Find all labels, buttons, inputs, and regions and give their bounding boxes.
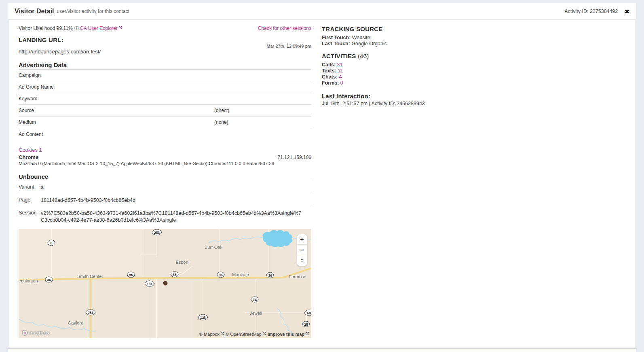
table-row: Medium (none) bbox=[19, 117, 311, 128]
row-label: Campaign bbox=[19, 72, 214, 78]
row-label: Session bbox=[19, 210, 41, 224]
unbounce-heading: Unbounce bbox=[19, 173, 311, 181]
row-value: (direct) bbox=[214, 108, 229, 113]
row-label: Source bbox=[19, 108, 214, 113]
pitch-control-button[interactable]: ▲ ▼ bbox=[297, 255, 307, 266]
likelihood-row: Visitor Likelihood 99.11%ⓘGA User Explor… bbox=[19, 25, 311, 32]
row-label: Medium bbox=[19, 119, 214, 125]
row-value: v2%7C583e2b50-ba58-4363-9731-fa602f61a3b… bbox=[41, 210, 304, 224]
next-section-strip bbox=[8, 348, 636, 352]
last-touch-line: Last Touch: Google Organic bbox=[322, 41, 548, 47]
landing-url-value: http://unbouncepages.com/ian-test/ bbox=[19, 49, 311, 55]
activity-line: Texts: 11 bbox=[322, 68, 548, 74]
visitor-location-marker bbox=[163, 281, 168, 286]
zoom-in-button[interactable]: + bbox=[297, 234, 307, 245]
activities-count: (46) bbox=[358, 53, 369, 59]
table-row: Variant a bbox=[19, 181, 311, 194]
close-icon[interactable]: ✖ bbox=[624, 8, 629, 15]
activity-id: Activity ID: 2275384492 bbox=[564, 8, 618, 14]
map-town-label: Gaylord bbox=[68, 320, 84, 325]
row-value: 181148ad-d557-4b4b-9503-f0b4cb65eb4d bbox=[41, 197, 135, 204]
row-label: Keyword bbox=[19, 96, 214, 102]
map-route-shield: 181 bbox=[145, 281, 154, 287]
map-town-label: Jewell bbox=[250, 311, 262, 316]
right-column: TRACKING SOURCE First Touch: Website Las… bbox=[322, 25, 548, 106]
last-interaction-detail: Jul 18th, 2:51:57 pm | Activity ID: 2456… bbox=[322, 101, 548, 106]
mapbox-logo[interactable]: mapbox bbox=[22, 330, 50, 336]
check-other-sessions-link[interactable]: Check for other sessions bbox=[258, 25, 311, 32]
row-value: a bbox=[41, 184, 44, 191]
activities-lines: Calls: 31 Texts: 11 Chats: 4 Forms: 0 bbox=[322, 62, 548, 86]
map-route-shield: 36 bbox=[171, 271, 179, 278]
first-touch-line: First Touch: Website bbox=[322, 35, 548, 41]
visitor-detail-page: Visitor Detail user/visitor activity for… bbox=[0, 0, 644, 352]
map-town-label: Mankato bbox=[232, 272, 249, 277]
activities-heading: ACTIVITIES (46) bbox=[322, 53, 548, 59]
external-link-icon bbox=[220, 332, 224, 335]
page-title: Visitor Detail bbox=[15, 8, 54, 15]
info-icon[interactable]: ⓘ bbox=[74, 26, 79, 31]
advertising-heading: Advertising Data bbox=[19, 61, 311, 70]
unbounce-section: Unbounce Variant a Page 181148ad-d557-4b… bbox=[19, 173, 311, 227]
cookies-section: Cookies 1 bbox=[19, 147, 311, 153]
map-route-shield: 36 bbox=[127, 272, 135, 278]
map-town-label: Kensington bbox=[19, 278, 38, 283]
browser-name: Chrome bbox=[19, 154, 38, 160]
map-route-shield: 36 bbox=[266, 272, 274, 278]
pitch-down-icon: ▼ bbox=[300, 261, 304, 263]
landing-timestamp: Mar 27th, 12:09:49 pm bbox=[266, 44, 311, 49]
mapbox-logo-icon bbox=[22, 330, 28, 336]
likelihood-left: Visitor Likelihood 99.11%ⓘGA User Explor… bbox=[19, 25, 122, 32]
page-subtitle: user/visitor activity for this contact bbox=[57, 8, 129, 14]
first-touch-value: Website bbox=[352, 35, 370, 40]
map-route-shield: 128 bbox=[198, 314, 208, 320]
tracking-source-lines: First Touch: Website Last Touch: Google … bbox=[322, 35, 548, 47]
row-label: Ad Content bbox=[19, 131, 214, 137]
row-label: Page bbox=[19, 197, 41, 204]
card-header: Visitor Detail user/visitor activity for… bbox=[8, 3, 636, 20]
map-route-shield: 8 bbox=[48, 240, 55, 246]
openstreetmap-attribution-link[interactable]: © OpenStreetMap bbox=[226, 332, 266, 337]
tracking-source-heading: TRACKING SOURCE bbox=[322, 25, 548, 32]
table-row: Source (direct) bbox=[19, 105, 311, 117]
table-row: Page 181148ad-d557-4b4b-9503-f0b4cb65eb4… bbox=[19, 194, 311, 207]
row-label: Variant bbox=[19, 184, 41, 191]
zoom-out-button[interactable]: − bbox=[297, 245, 307, 255]
mapbox-logo-text: mapbox bbox=[29, 330, 50, 336]
activity-line: Chats: 4 bbox=[322, 74, 548, 80]
landing-url-section: LANDING URL: Mar 27th, 12:09:49 pm http:… bbox=[19, 36, 311, 55]
last-touch-value: Google Organic bbox=[351, 41, 387, 47]
table-row: Session v2%7C583e2b50-ba58-4363-9731-fa6… bbox=[19, 207, 311, 227]
map-route-shield: 36 bbox=[45, 277, 53, 283]
map-controls: + − ▲ ▼ bbox=[297, 234, 307, 266]
external-link-icon bbox=[305, 332, 309, 335]
visitor-likelihood: Visitor Likelihood 99.11% bbox=[19, 25, 73, 31]
table-row: Keyword bbox=[19, 93, 311, 105]
map-route-shield: 28 bbox=[302, 321, 310, 327]
calls-count: 31 bbox=[337, 62, 343, 68]
map-route-shield: 36 bbox=[217, 272, 225, 278]
map-route-shield: 281 bbox=[152, 229, 162, 235]
map-route-shield: 281 bbox=[86, 310, 95, 316]
map-route-shield: 148 bbox=[304, 310, 311, 316]
external-link-icon bbox=[118, 26, 122, 30]
row-label: Ad Group Name bbox=[19, 84, 214, 90]
advertising-data-section: Advertising Data Campaign Ad Group Name … bbox=[19, 61, 311, 140]
ga-user-explorer-link[interactable]: GA User Explorer bbox=[80, 25, 122, 31]
user-agent: Mozilla/5.0 (Macintosh; Intel Mac OS X 1… bbox=[19, 161, 311, 166]
improve-this-map-link[interactable]: Improve this map bbox=[268, 332, 309, 337]
map-town-label: Burr Oak bbox=[205, 245, 222, 250]
cookies-link[interactable]: Cookies 1 bbox=[19, 147, 42, 153]
forms-count: 0 bbox=[340, 80, 343, 86]
map-town-label: Smith Center bbox=[77, 274, 103, 279]
last-interaction-heading: Last Interaction: bbox=[322, 93, 548, 100]
texts-count: 11 bbox=[338, 68, 343, 74]
row-value: (none) bbox=[214, 119, 228, 125]
mapbox-attribution-link[interactable]: © Mapbox bbox=[199, 332, 224, 337]
map[interactable]: KensingtonSmith CenterEsbonBurr OakManka… bbox=[19, 229, 311, 338]
activity-line: Calls: 31 bbox=[322, 62, 548, 68]
ip-address: 71.121.159.106 bbox=[278, 155, 311, 160]
table-row: Ad Group Name bbox=[19, 81, 311, 93]
chats-count: 4 bbox=[339, 74, 342, 80]
table-row: Campaign bbox=[19, 70, 311, 81]
